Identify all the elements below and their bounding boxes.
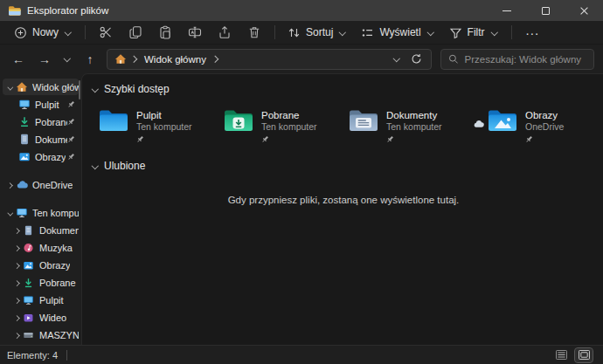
- chevron-right-icon: [130, 55, 139, 64]
- sort-button[interactable]: Sortuj: [281, 24, 354, 42]
- sidebar-item-this-pc[interactable]: Ten komputer: [3, 204, 79, 221]
- more-options-button[interactable]: ...: [517, 23, 549, 43]
- sidebar-item-label: Pulpit: [39, 295, 64, 306]
- sort-icon: [288, 26, 301, 39]
- rename-button[interactable]: [180, 23, 210, 42]
- filter-button[interactable]: Filtr: [442, 24, 506, 42]
- refresh-icon: [411, 53, 422, 65]
- tile-obrazy[interactable]: Obrazy OneDrive: [471, 104, 596, 149]
- toolbar-separator: [274, 25, 275, 39]
- paste-button[interactable]: [150, 23, 180, 42]
- search-box[interactable]: [440, 49, 594, 70]
- chevron-down-icon[interactable]: [91, 85, 100, 93]
- sidebar-item-pc-pulpit[interactable]: Pulpit: [3, 292, 79, 308]
- tile-location: Ten komputer: [261, 121, 317, 134]
- folder-pictures-icon: [487, 107, 518, 134]
- chevron-down-icon: [63, 55, 72, 64]
- chevron-right-icon[interactable]: [14, 244, 21, 251]
- view-icon: [361, 26, 374, 39]
- navigation-pane: Widok główny Pulpit: [0, 73, 81, 345]
- chevron-right-icon[interactable]: [7, 182, 14, 189]
- tile-name: Obrazy: [525, 109, 564, 121]
- address-bar[interactable]: Widok główny: [107, 49, 432, 70]
- sidebar-item-pc-obrazy[interactable]: Obrazy: [3, 257, 79, 273]
- tile-dokumenty[interactable]: Dokumenty Ten komputer: [346, 104, 471, 149]
- sidebar-item-pc-muzyka[interactable]: Muzyka: [3, 239, 79, 256]
- sidebar-item-pulpit[interactable]: Pulpit: [3, 96, 79, 113]
- cut-button[interactable]: [91, 23, 121, 42]
- new-button-label: Nowy: [32, 26, 59, 38]
- sidebar-item-label: MASZYNA (C:): [39, 330, 79, 340]
- maximize-button[interactable]: [526, 0, 565, 21]
- sidebar-item-pc-wideo[interactable]: Wideo: [3, 309, 79, 326]
- window-title: Eksplorator plików: [27, 5, 108, 16]
- pin-icon: [136, 135, 144, 143]
- recent-locations-button[interactable]: [59, 49, 75, 70]
- close-button[interactable]: [565, 0, 603, 21]
- sidebar-item-onedrive[interactable]: OneDrive: [3, 176, 79, 193]
- chevron-right-icon[interactable]: [14, 227, 21, 234]
- pin-icon: [261, 135, 269, 143]
- share-button[interactable]: [210, 23, 239, 42]
- up-button[interactable]: ↑: [79, 49, 101, 70]
- breadcrumb-item[interactable]: Widok główny: [142, 54, 208, 65]
- refresh-button[interactable]: [405, 49, 427, 70]
- tile-pobrane[interactable]: Pobrane Ten komputer: [221, 104, 346, 149]
- sidebar-item-dokumenty[interactable]: Dokumenty: [3, 131, 79, 148]
- sidebar-item-label: Wideo: [39, 312, 66, 323]
- home-icon: [114, 53, 127, 65]
- sidebar-item-drive-c[interactable]: MASZYNA (C:): [3, 326, 79, 343]
- sidebar-item-drive-d[interactable]: SEZAM (D:): [3, 344, 79, 345]
- sort-button-label: Sortuj: [306, 26, 333, 38]
- view-button[interactable]: Wyświetl: [354, 24, 441, 42]
- sidebar-item-pobrane[interactable]: Pobrane: [3, 113, 79, 130]
- rename-icon: [188, 25, 202, 39]
- delete-icon: [247, 25, 261, 39]
- back-button[interactable]: ←: [7, 49, 30, 70]
- copy-button[interactable]: [121, 23, 150, 42]
- details-view-button[interactable]: [552, 348, 570, 362]
- address-dropdown-button[interactable]: [389, 49, 405, 70]
- sidebar-item-pc-dokumenty[interactable]: Dokumenty: [3, 222, 79, 238]
- copy-icon: [128, 25, 142, 39]
- chevron-right-icon[interactable]: [14, 279, 21, 286]
- toolbar-separator: [511, 25, 512, 39]
- chevron-right-icon[interactable]: [211, 55, 220, 64]
- search-input[interactable]: [464, 54, 586, 65]
- pictures-icon: [18, 151, 31, 162]
- chevron-right-icon[interactable]: [14, 297, 21, 304]
- titlebar[interactable]: Eksplorator plików: [0, 0, 603, 21]
- chevron-right-icon[interactable]: [14, 314, 21, 321]
- chevron-down-icon[interactable]: [7, 84, 14, 91]
- cut-icon: [99, 25, 113, 39]
- chevron-right-icon[interactable]: [14, 332, 21, 339]
- forward-button[interactable]: →: [33, 49, 56, 70]
- section-favorites[interactable]: Ulubione: [91, 158, 596, 174]
- delete-button[interactable]: [239, 23, 269, 42]
- file-explorer-window: Eksplorator plików Nowy: [0, 0, 603, 364]
- section-quick-access[interactable]: Szybki dostęp: [91, 81, 596, 97]
- sidebar-item-home[interactable]: Widok główny: [3, 79, 79, 95]
- sidebar-scrollbar[interactable]: [79, 80, 80, 100]
- sidebar-item-obrazy[interactable]: Obrazy: [3, 148, 79, 165]
- folder-downloads-icon: [223, 107, 254, 134]
- sidebar-item-label: Muzyka: [39, 243, 73, 253]
- sidebar-item-label: Dokumenty: [35, 134, 67, 145]
- details-view-icon: [556, 350, 567, 360]
- downloads-icon: [18, 116, 31, 127]
- sidebar-item-label: Pulpit: [35, 100, 59, 110]
- chevron-down-icon[interactable]: [7, 209, 14, 216]
- chevron-down-icon[interactable]: [91, 161, 100, 170]
- sidebar-item-pc-pobrane[interactable]: Pobrane: [3, 274, 79, 291]
- new-button[interactable]: Nowy: [7, 24, 80, 42]
- document-icon: [18, 134, 31, 145]
- chevron-right-icon[interactable]: [14, 262, 21, 269]
- command-bar: Nowy: [0, 21, 603, 45]
- icons-view-button[interactable]: [575, 348, 593, 362]
- tile-name: Pobrane: [261, 109, 317, 121]
- section-title: Szybki dostęp: [104, 83, 170, 95]
- tile-pulpit[interactable]: Pulpit Ten komputer: [96, 104, 221, 149]
- chevron-down-icon: [426, 28, 435, 37]
- minimize-button[interactable]: [488, 0, 526, 21]
- computer-icon: [16, 207, 28, 218]
